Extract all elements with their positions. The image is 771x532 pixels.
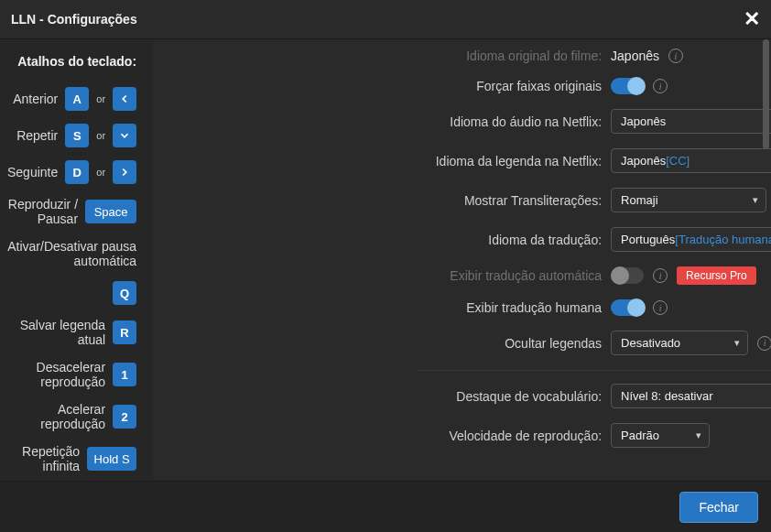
divider xyxy=(418,370,771,371)
info-icon[interactable]: i xyxy=(653,268,668,283)
audio-lang-select[interactable]: Japonês xyxy=(611,109,771,134)
translit-label: Mostrar Transliterações: xyxy=(153,193,611,208)
scrollbar[interactable] xyxy=(763,39,769,149)
shortcut-autopause-label: Ativar/Desativar pausa automática xyxy=(7,239,136,268)
key-q: Q xyxy=(113,281,136,305)
force-orig-label: Forçar faixas originais xyxy=(153,79,611,93)
key-d: D xyxy=(65,160,89,184)
sub-lang-label: Idioma da legenda na Netflix: xyxy=(153,154,611,168)
orig-lang-value: Japonês xyxy=(611,49,659,63)
human-trans-toggle[interactable] xyxy=(611,299,644,316)
key-s: S xyxy=(65,124,89,147)
close-button[interactable]: Fechar xyxy=(679,492,758,523)
key-down-arrow-icon xyxy=(113,124,136,147)
info-icon[interactable]: i xyxy=(757,336,771,351)
shortcuts-heading: Atalhos do teclado: xyxy=(7,54,136,69)
key-r: R xyxy=(113,320,136,344)
machine-trans-label: Exibir tradução automática xyxy=(153,268,611,283)
shortcut-next-label: Seguinte xyxy=(7,165,58,179)
speed-label: Velocidade de reprodução: xyxy=(153,429,611,443)
shortcut-slowdown-label: Desacelerar reprodução xyxy=(7,360,105,389)
translit-select[interactable]: Romaji xyxy=(611,188,766,212)
info-icon[interactable]: i xyxy=(653,300,668,315)
or-text: or xyxy=(96,167,105,178)
or-text: or xyxy=(96,130,105,141)
trans-lang-select[interactable]: Português [Tradução humana] xyxy=(611,227,771,252)
shortcut-repeat-label: Repetir xyxy=(16,128,58,143)
shortcut-playpause-label: Reproduzir / Pausar xyxy=(7,197,78,226)
speed-select[interactable]: Padrão xyxy=(611,423,710,448)
sub-lang-select[interactable]: Japonês [CC] xyxy=(611,148,771,173)
vocab-label: Destaque de vocabulário: xyxy=(153,389,611,404)
shortcut-savesub-label: Salvar legenda atual xyxy=(7,318,105,347)
settings-panel: Idioma original do filme: Japonês i Forç… xyxy=(153,39,771,484)
shortcut-infinite-label: Repetição infinita xyxy=(7,444,80,473)
machine-trans-toggle[interactable] xyxy=(611,267,644,284)
key-1: 1 xyxy=(113,363,136,386)
modal-title: LLN - Configurações xyxy=(11,12,137,27)
shortcut-speedup-label: Acelerar reprodução xyxy=(7,402,105,431)
close-icon[interactable]: ✕ xyxy=(744,7,760,31)
hide-subs-label: Ocultar legendas xyxy=(153,336,611,351)
info-icon[interactable]: i xyxy=(668,49,683,63)
key-left-arrow-icon xyxy=(113,87,136,111)
key-2: 2 xyxy=(113,405,136,429)
shortcut-prev-label: Anterior xyxy=(13,92,58,106)
audio-lang-label: Idioma do áudio na Netflix: xyxy=(153,114,611,129)
or-text: or xyxy=(96,93,105,104)
key-right-arrow-icon xyxy=(113,160,136,184)
vocab-select[interactable]: Nível 8: desativar xyxy=(611,384,771,408)
key-hold-s: Hold S xyxy=(87,447,136,471)
info-icon[interactable]: i xyxy=(653,79,668,93)
key-space: Space xyxy=(85,200,136,223)
key-a: A xyxy=(65,87,89,111)
orig-lang-label: Idioma original do filme: xyxy=(153,49,611,63)
trans-lang-label: Idioma da tradução: xyxy=(153,233,611,247)
shortcuts-panel: Atalhos do teclado: Anterior A or Repeti… xyxy=(0,39,153,484)
force-orig-toggle[interactable] xyxy=(611,78,644,94)
pro-badge: Recurso Pro xyxy=(677,266,756,285)
human-trans-label: Exibir tradução humana xyxy=(153,300,611,315)
hide-subs-select[interactable]: Desativado xyxy=(611,331,748,355)
